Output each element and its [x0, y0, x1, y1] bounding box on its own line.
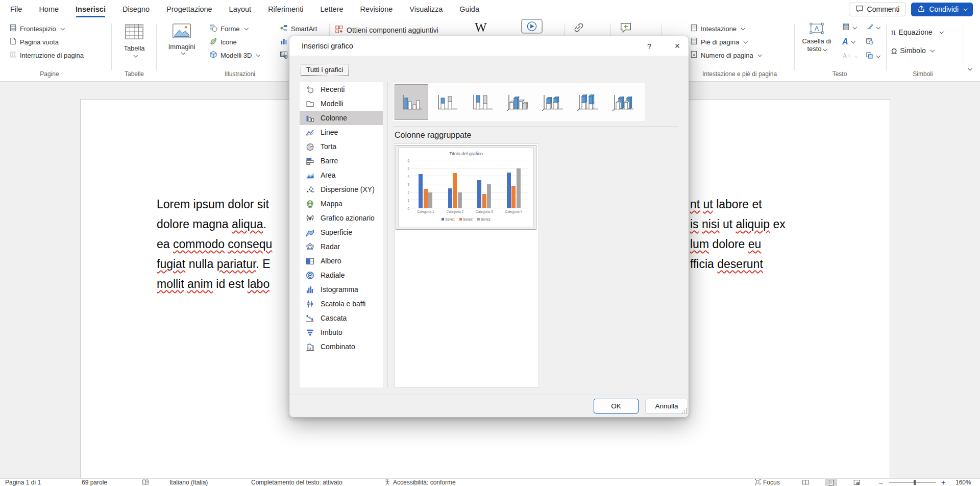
word-count[interactable]: 69 parole [82, 479, 107, 486]
zoom-slider[interactable] [889, 479, 936, 486]
menu-tab-guida[interactable]: Guida [459, 0, 479, 18]
dialog-titlebar[interactable]: Inserisci grafico ? × [289, 36, 689, 56]
subtype-column-stacked-100[interactable] [465, 84, 499, 120]
page-info[interactable]: Pagina 1 di 1 [5, 479, 41, 486]
smartart-button[interactable]: SmartArt [280, 23, 317, 34]
web-layout-button[interactable] [850, 479, 863, 486]
quick-parts-button[interactable] [842, 22, 856, 33]
ok-button[interactable]: OK [594, 399, 639, 414]
cover-page-button[interactable]: Frontespizio [9, 23, 64, 34]
zoom-thumb[interactable] [914, 480, 916, 485]
symbol-button[interactable]: Ω Simbolo [891, 45, 934, 56]
3d-models-button[interactable]: Modelli 3D [209, 50, 259, 61]
online-video-button[interactable] [521, 21, 543, 33]
footer-button[interactable]: Piè di pagina [690, 36, 747, 47]
page-break-button[interactable]: Interruzione di pagina [9, 50, 84, 61]
category-scatola-e-baffi[interactable]: Scatola e baffi [300, 297, 383, 311]
comments-button[interactable]: Commenti [849, 3, 906, 16]
document-text-right[interactable]: nt ut labore etis nisi ut aliquip exlum … [690, 195, 786, 274]
cube-icon [209, 51, 217, 60]
text-completion-indicator[interactable]: Completamento del testo: attivato [251, 479, 342, 486]
menu-tab-progettazione[interactable]: Progettazione [166, 0, 212, 18]
focus-icon [754, 478, 761, 486]
menu-tab-visualizza[interactable]: Visualizza [409, 0, 443, 18]
focus-mode-button[interactable]: Focus [754, 479, 780, 486]
get-addins-button[interactable]: Ottieni componenti aggiuntivi [335, 25, 438, 36]
category-linee[interactable]: Linee [300, 125, 383, 139]
shapes-button[interactable]: Forme [209, 23, 248, 34]
category-torta[interactable]: Torta [300, 139, 383, 154]
page-break-icon [9, 51, 17, 60]
y-tick-label: 1 [403, 199, 409, 202]
menu-tab-revisione[interactable]: Revisione [360, 0, 393, 18]
category-combinato[interactable]: Combinato [300, 339, 383, 354]
text-box-button[interactable]: A Casella di testo [797, 22, 836, 53]
share-button[interactable]: Condividi [911, 3, 973, 16]
language-indicator[interactable]: Italiano (Italia) [169, 479, 208, 486]
collapse-ribbon-chevron-icon[interactable] [968, 66, 972, 70]
chart-preview-card[interactable]: Titolo del grafico0123456Categoria 1Cate… [396, 145, 536, 230]
recent-icon [306, 85, 315, 94]
document-text-left[interactable]: Lorem ipsum dolor sitdolore magna aliqua… [157, 195, 272, 294]
accessibility-indicator[interactable]: Accessibilità: conforme [384, 479, 456, 486]
document-text-line: fugiat nulla pariatur. E [157, 254, 272, 274]
category-dispersione-xy[interactable]: Dispersione (XY) [300, 182, 383, 197]
category-recenti[interactable]: Recenti [300, 82, 383, 96]
category-radiale[interactable]: Radiale [300, 268, 383, 282]
menu-tab-inserisci[interactable]: Inserisci [76, 0, 106, 18]
x-axis-labels: Categoria 1Categoria 2Categoria 3Categor… [411, 210, 528, 213]
header-button[interactable]: Intestazione [690, 23, 744, 34]
category-grafico-azionario[interactable]: Grafico azionario [300, 211, 383, 225]
wikipedia-button[interactable]: W [475, 20, 487, 35]
icons-button[interactable]: Icone [209, 36, 237, 47]
table-button[interactable]: Tabella [118, 22, 150, 57]
subtype-column-3d-stacked-100[interactable] [571, 84, 604, 120]
menu-tab-layout[interactable]: Layout [229, 0, 252, 18]
category-barre[interactable]: Barre [300, 154, 383, 168]
zoom-track[interactable] [889, 479, 936, 486]
subtype-column-3d-clustered[interactable] [500, 84, 534, 120]
resize-grip[interactable] [681, 407, 688, 416]
link-button[interactable] [573, 22, 585, 34]
category-radar[interactable]: Radar [300, 239, 383, 254]
category-area[interactable]: Area [300, 168, 383, 182]
category-imbuto[interactable]: Imbuto [300, 325, 383, 339]
category-modelli[interactable]: Modelli [300, 96, 383, 111]
drop-cap-button[interactable]: A≡ [842, 51, 857, 61]
menu-tab-lettere[interactable]: Lettere [320, 0, 343, 18]
new-comment-button[interactable] [620, 22, 632, 34]
zoom-in-button[interactable]: + [941, 479, 945, 486]
signature-line-button[interactable] [866, 22, 879, 33]
pictures-button[interactable]: Immagini [164, 22, 199, 55]
zoom-out-button[interactable]: – [879, 479, 883, 486]
menu-tab-disegno[interactable]: Disegno [122, 0, 150, 18]
page-number-button[interactable]: # Numero di pagina [690, 50, 761, 61]
object-button[interactable] [866, 51, 879, 61]
close-icon[interactable]: × [668, 36, 687, 56]
help-button[interactable]: ? [642, 36, 657, 56]
blank-page-button[interactable]: Pagina vuota [9, 36, 59, 47]
category-albero[interactable]: Albero [300, 254, 383, 268]
category-superficie[interactable]: Superficie [300, 225, 383, 239]
category-istogramma[interactable]: Istogramma [300, 282, 383, 297]
wordart-button[interactable]: A [842, 37, 854, 47]
zoom-level[interactable]: 160% [955, 479, 971, 486]
menu-tab-file[interactable]: File [10, 0, 22, 18]
chevron-down-icon [823, 47, 827, 51]
category-mappa[interactable]: Mappa [300, 197, 383, 211]
subtype-column-3d-stacked[interactable] [535, 84, 569, 120]
read-mode-button[interactable] [799, 479, 812, 486]
menu-tab-riferimenti[interactable]: Riferimenti [268, 0, 303, 18]
date-time-button[interactable] [866, 37, 873, 47]
equation-button[interactable]: π Equazione [891, 27, 943, 38]
print-layout-button[interactable] [825, 479, 837, 486]
category-cascata[interactable]: Cascata [300, 311, 383, 325]
bar-serie1 [448, 188, 452, 208]
menu-tab-home[interactable]: Home [39, 0, 59, 18]
subtype-column-clustered[interactable] [395, 84, 428, 120]
subtype-column-3d[interactable] [606, 84, 640, 120]
tab-all-charts[interactable]: Tutti i grafici [301, 64, 349, 76]
subtype-column-stacked[interactable] [430, 84, 463, 120]
category-colonne[interactable]: Colonne [300, 111, 383, 125]
proofing-icon[interactable] [142, 479, 149, 486]
